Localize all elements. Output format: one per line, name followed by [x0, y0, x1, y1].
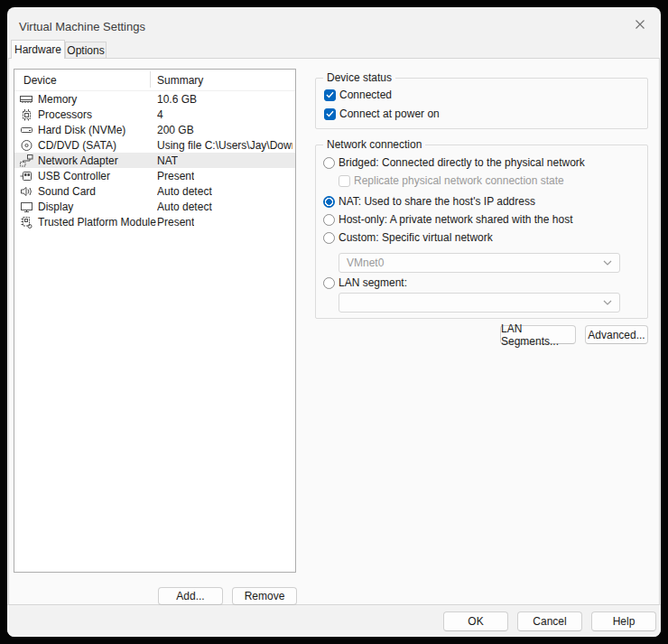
device-name: USB Controller: [38, 170, 110, 182]
ok-button-label: OK: [468, 615, 483, 628]
unchecked-checkbox-icon: [339, 175, 350, 187]
replicate-label: Replicate physical network connection st…: [354, 174, 564, 187]
bridged-radio-row[interactable]: Bridged: Connected directly to the physi…: [323, 156, 585, 169]
device-summary: 4: [157, 108, 163, 121]
checked-checkbox-icon[interactable]: [324, 89, 336, 101]
remove-button-label: Remove: [245, 590, 285, 602]
cancel-button-label: Cancel: [533, 615, 566, 628]
radio-unselected-icon[interactable]: [323, 277, 335, 289]
device-name: Trusted Platform Module: [38, 216, 156, 229]
device-list-header: Device Summary: [14, 70, 295, 91]
device-summary: NAT: [157, 154, 178, 167]
network-connection-group: Network connection Bridged: Connected di…: [315, 145, 648, 319]
table-row[interactable]: Processors 4: [14, 107, 295, 122]
help-button-label: Help: [613, 615, 636, 628]
connected-label: Connected: [339, 89, 392, 101]
display-icon: [20, 200, 33, 213]
close-button[interactable]: [626, 13, 654, 36]
device-name: Hard Disk (NVMe): [38, 124, 125, 136]
lan-segments-button[interactable]: LAN Segments...: [500, 325, 576, 344]
device-status-group: Device status Connected Connect at power…: [315, 78, 648, 129]
tab-hardware-label: Hardware: [14, 43, 61, 56]
replicate-checkbox-row: Replicate physical network connection st…: [339, 174, 564, 187]
device-summary: 200 GB: [157, 124, 194, 136]
vm-settings-dialog: Virtual Machine Settings Hardware Option…: [7, 7, 661, 637]
chevron-down-icon: [603, 300, 612, 305]
device-name: CD/DVD (SATA): [38, 139, 116, 152]
device-name: Processors: [38, 108, 92, 121]
device-list[interactable]: Device Summary Memory 10.6 GB: [14, 69, 296, 573]
add-button-label: Add...: [176, 590, 204, 602]
nat-label: NAT: Used to share the host's IP address: [339, 195, 535, 208]
checked-checkbox-icon[interactable]: [324, 108, 336, 120]
lan-segment-radio-row[interactable]: LAN segment:: [323, 276, 407, 289]
tab-options-label: Options: [67, 44, 104, 57]
custom-radio-row[interactable]: Custom: Specific virtual network: [323, 231, 493, 244]
device-status-title: Device status: [323, 71, 395, 84]
table-row[interactable]: Display Auto detect: [14, 199, 295, 214]
tab-hardware[interactable]: Hardware: [11, 40, 65, 59]
remove-button[interactable]: Remove: [232, 587, 297, 605]
connect-at-power-on-checkbox-row[interactable]: Connect at power on: [324, 107, 440, 120]
chevron-down-icon: [603, 260, 612, 266]
table-row[interactable]: CD/DVD (SATA) Using file C:\Users\Jay\Do…: [14, 137, 295, 153]
connected-checkbox-row[interactable]: Connected: [324, 89, 392, 101]
cd-dvd-icon: [20, 138, 33, 152]
device-summary: Auto detect: [157, 185, 212, 198]
host-only-label: Host-only: A private network shared with…: [339, 213, 572, 226]
host-only-radio-row[interactable]: Host-only: A private network shared with…: [323, 213, 572, 226]
device-name: Sound Card: [38, 185, 96, 198]
dialog-footer: OK Cancel Help: [7, 604, 661, 637]
add-button[interactable]: Add...: [158, 587, 223, 605]
memory-icon: [20, 92, 33, 106]
network-connection-title: Network connection: [323, 138, 425, 151]
table-row-selected[interactable]: Network Adapter NAT: [14, 153, 295, 168]
title-bar[interactable]: Virtual Machine Settings: [7, 7, 661, 43]
hardware-tab-page: Device Summary Memory 10.6 GB: [8, 58, 660, 605]
custom-network-value: VMnet0: [347, 257, 384, 269]
radio-unselected-icon[interactable]: [323, 232, 335, 244]
custom-network-dropdown: VMnet0: [339, 253, 620, 273]
radio-unselected-icon[interactable]: [323, 214, 335, 226]
column-divider: [150, 71, 151, 88]
device-summary: Present: [157, 170, 194, 182]
screen: { "window": { "title": "Virtual Machine …: [0, 0, 668, 644]
column-header-device: Device: [23, 74, 57, 87]
device-name: Memory: [38, 93, 77, 106]
nat-radio-row[interactable]: NAT: Used to share the host's IP address: [323, 195, 535, 208]
tpm-icon: [20, 215, 33, 229]
device-summary: Auto detect: [157, 201, 212, 213]
table-row[interactable]: USB Controller Present: [14, 168, 295, 183]
advanced-button[interactable]: Advanced...: [585, 325, 648, 344]
device-name: Network Adapter: [38, 154, 118, 167]
help-button[interactable]: Help: [591, 611, 656, 631]
radio-unselected-icon[interactable]: [323, 157, 335, 169]
device-summary: 10.6 GB: [157, 93, 197, 106]
table-row[interactable]: Trusted Platform Module Present: [14, 214, 295, 229]
advanced-button-label: Advanced...: [588, 329, 645, 341]
cancel-button[interactable]: Cancel: [517, 611, 582, 631]
table-row[interactable]: Hard Disk (NVMe) 200 GB: [14, 122, 295, 137]
usb-icon: [20, 169, 33, 182]
device-summary: Using file C:\Users\Jay\Downlo...: [157, 139, 292, 152]
ok-button[interactable]: OK: [443, 611, 508, 631]
bridged-label: Bridged: Connected directly to the physi…: [339, 156, 585, 169]
table-row[interactable]: Memory 10.6 GB: [14, 91, 295, 107]
radio-selected-icon[interactable]: [323, 196, 335, 208]
sound-icon: [20, 184, 33, 198]
connect-at-power-on-label: Connect at power on: [339, 107, 440, 120]
window-title: Virtual Machine Settings: [19, 20, 145, 33]
column-header-summary: Summary: [157, 74, 203, 87]
device-name: Display: [38, 201, 73, 213]
hard-disk-icon: [20, 123, 33, 136]
close-icon: [635, 19, 645, 30]
lan-segment-dropdown: [339, 293, 620, 313]
tab-options[interactable]: Options: [65, 42, 107, 59]
lan-segments-button-label: LAN Segments...: [501, 322, 575, 348]
table-row[interactable]: Sound Card Auto detect: [14, 183, 295, 199]
network-adapter-icon: [20, 154, 33, 167]
device-summary: Present: [157, 216, 194, 229]
custom-label: Custom: Specific virtual network: [339, 231, 493, 244]
lan-segment-label: LAN segment:: [339, 276, 407, 289]
processor-icon: [20, 107, 33, 121]
